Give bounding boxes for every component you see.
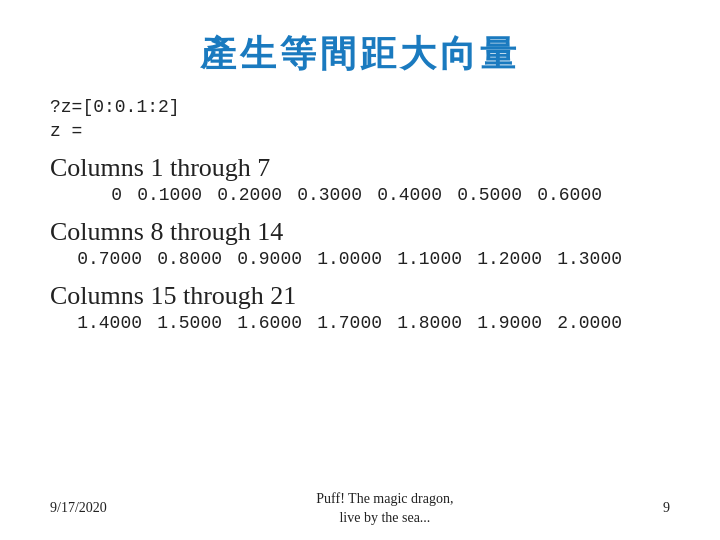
s2-v7: 1.3000 [550, 249, 630, 269]
s1-v4: 0.3000 [290, 185, 370, 205]
s1-v5: 0.4000 [370, 185, 450, 205]
s1-v3: 0.2000 [210, 185, 290, 205]
s3-v6: 1.9000 [470, 313, 550, 333]
footer-line2: live by the sea... [316, 508, 453, 528]
s3-v1: 1.4000 [70, 313, 150, 333]
s2-v4: 1.0000 [310, 249, 390, 269]
footer-center: Puff! The magic dragon, live by the sea.… [316, 489, 453, 528]
s2-v6: 1.2000 [470, 249, 550, 269]
section3-header: Columns 15 through 21 [50, 281, 670, 311]
s3-v5: 1.8000 [390, 313, 470, 333]
section2-data-row: 0.7000 0.8000 0.9000 1.0000 1.1000 1.200… [70, 249, 670, 269]
slide: 產生等間距大向量 ?z=[0:0.1:2] z = Columns 1 thro… [0, 0, 720, 540]
s3-v7: 2.0000 [550, 313, 630, 333]
section3-data-row: 1.4000 1.5000 1.6000 1.7000 1.8000 1.900… [70, 313, 670, 333]
s2-v5: 1.1000 [390, 249, 470, 269]
s3-v3: 1.6000 [230, 313, 310, 333]
result-label: z = [50, 121, 670, 141]
section1-data-row: 0 0.1000 0.2000 0.3000 0.4000 0.5000 0.6… [70, 185, 670, 205]
s3-v4: 1.7000 [310, 313, 390, 333]
section1-header: Columns 1 through 7 [50, 153, 670, 183]
s1-v1: 0 [70, 185, 130, 205]
command-line: ?z=[0:0.1:2] [50, 97, 670, 117]
s2-v3: 0.9000 [230, 249, 310, 269]
s1-v7: 0.6000 [530, 185, 610, 205]
s2-v1: 0.7000 [70, 249, 150, 269]
s1-v2: 0.1000 [130, 185, 210, 205]
footer-date: 9/17/2020 [50, 500, 107, 516]
s2-v2: 0.8000 [150, 249, 230, 269]
s1-v6: 0.5000 [450, 185, 530, 205]
slide-title: 產生等間距大向量 [50, 30, 670, 79]
footer-line1: Puff! The magic dragon, [316, 489, 453, 509]
s3-v2: 1.5000 [150, 313, 230, 333]
footer: 9/17/2020 Puff! The magic dragon, live b… [0, 489, 720, 528]
section2-header: Columns 8 through 14 [50, 217, 670, 247]
footer-page: 9 [663, 500, 670, 516]
